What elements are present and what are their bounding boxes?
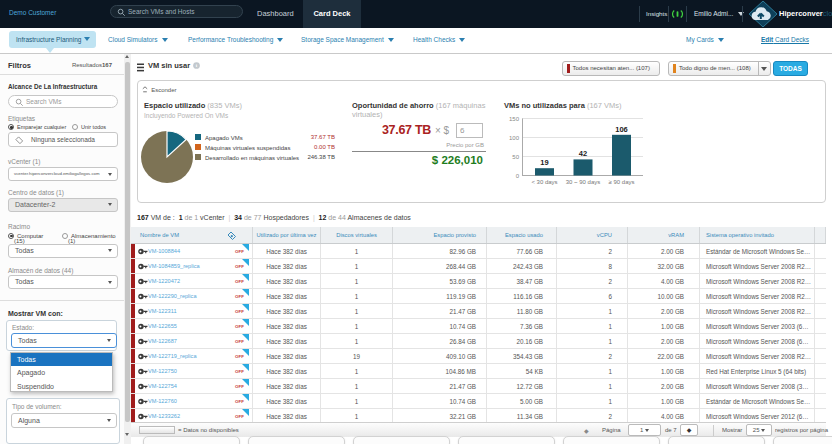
svg-text:106: 106 (615, 125, 628, 134)
svg-text:< 30 days: < 30 days (531, 179, 557, 185)
svg-text:50: 50 (512, 154, 519, 160)
svg-text:150: 150 (509, 116, 520, 122)
svg-text:30 ~ 90 days: 30 ~ 90 days (566, 179, 601, 185)
svg-text:19: 19 (540, 158, 548, 167)
svg-text:100: 100 (509, 135, 520, 141)
svg-text:0: 0 (516, 173, 520, 179)
svg-text:42: 42 (579, 149, 587, 158)
svg-text:≥ 90 days: ≥ 90 days (609, 179, 635, 185)
